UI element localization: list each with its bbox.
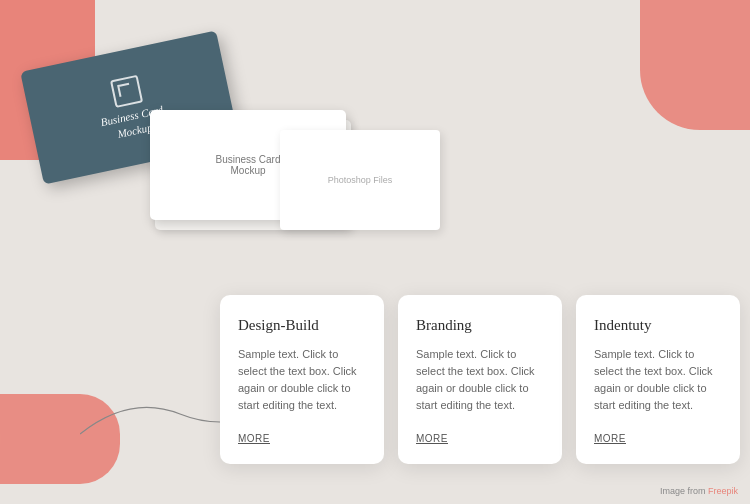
freepik-link[interactable]: Freepik xyxy=(708,486,738,496)
image-credit: Image from Freepik xyxy=(660,486,738,496)
feature-card-1: Branding Sample text. Click to select th… xyxy=(398,295,562,464)
coral-shape-left-bottom xyxy=(0,394,120,484)
background: Business Card Mockup Business Card Mocku… xyxy=(0,0,750,504)
card-icon xyxy=(110,75,143,108)
feature-card-0: Design-Build Sample text. Click to selec… xyxy=(220,295,384,464)
mockup-area: Business Card Mockup Business Card Mocku… xyxy=(20,20,440,280)
card-link-1[interactable]: MORE xyxy=(416,433,448,444)
card-title-2: Indentuty xyxy=(594,317,722,334)
coral-shape-right-top xyxy=(640,0,750,130)
feature-card-2: Indentuty Sample text. Click to select t… xyxy=(576,295,740,464)
card-link-2[interactable]: MORE xyxy=(594,433,626,444)
card-title-0: Design-Build xyxy=(238,317,366,334)
card-body-0: Sample text. Click to select the text bo… xyxy=(238,346,366,414)
card-plain-mockup: Photoshop Files xyxy=(280,130,440,230)
card-plain-text: Photoshop Files xyxy=(328,175,393,185)
card-link-0[interactable]: MORE xyxy=(238,433,270,444)
card-body-2: Sample text. Click to select the text bo… xyxy=(594,346,722,414)
card-title-1: Branding xyxy=(416,317,544,334)
card-body-1: Sample text. Click to select the text bo… xyxy=(416,346,544,414)
feature-cards-container: Design-Build Sample text. Click to selec… xyxy=(220,295,740,464)
